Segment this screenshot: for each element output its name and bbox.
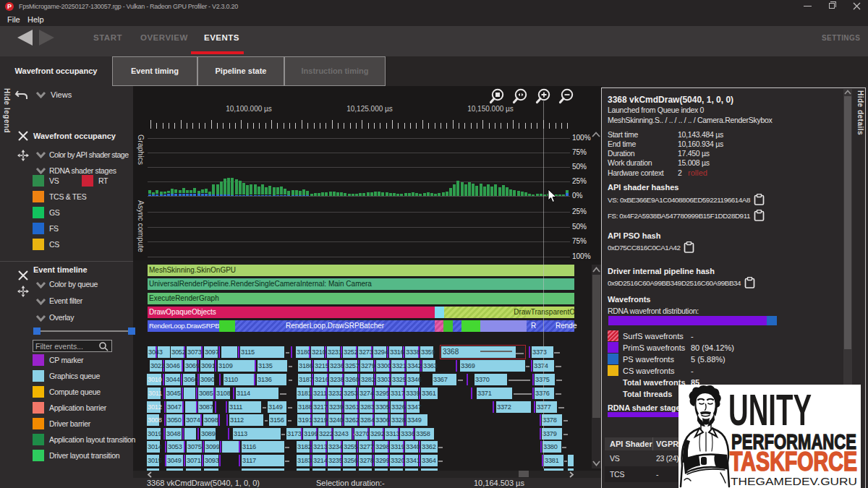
svg-text:THEGAMEDEV.GURU: THEGAMEDEV.GURU	[731, 475, 857, 487]
svg-text:UNITY: UNITY	[728, 385, 812, 435]
svg-text:TASKFORCE: TASKFORCE	[730, 447, 857, 476]
